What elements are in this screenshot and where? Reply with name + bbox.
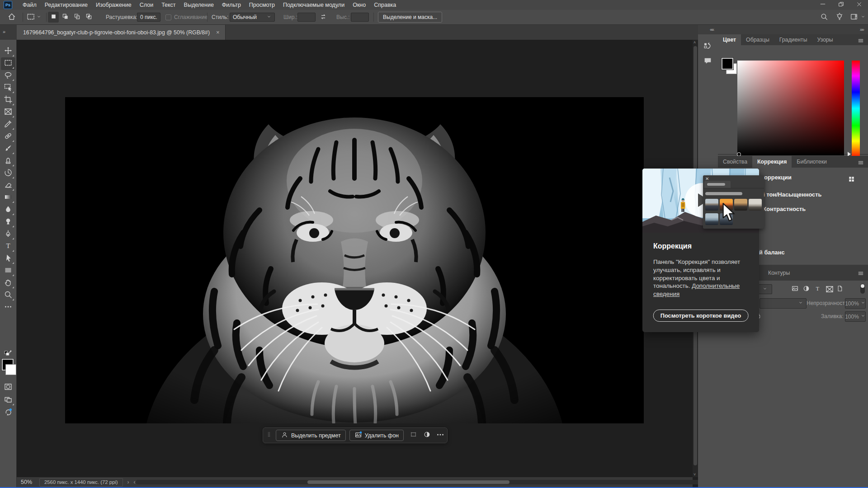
foreground-color[interactable] [722, 58, 733, 70]
type-tool[interactable]: T [1, 240, 15, 253]
remove-background-button[interactable]: Удалить фон [349, 430, 404, 441]
dodge-tool[interactable] [1, 216, 15, 229]
rectangular-marquee-tool[interactable] [1, 57, 15, 70]
spot-healing-brush-tool[interactable] [1, 131, 15, 143]
toolbar-collapse-icon[interactable]: » [3, 29, 5, 34]
adjustments-button[interactable] [420, 431, 434, 440]
history-brush-tool[interactable] [1, 167, 15, 180]
frame-tool[interactable] [1, 106, 15, 119]
opacity-input[interactable]: 100% [845, 298, 866, 309]
zoom-level[interactable]: 50% [21, 479, 32, 485]
quick-mask-button[interactable] [1, 381, 15, 394]
menu-plugins[interactable]: Подключаемые модули [279, 0, 349, 10]
gradient-tool[interactable] [1, 192, 15, 204]
move-tool[interactable] [1, 45, 15, 58]
workspace-chevron[interactable] [860, 10, 866, 24]
collapse-strip-icon[interactable]: «« [710, 27, 713, 32]
watch-video-button[interactable]: Посмотреть короткое видео [653, 310, 749, 322]
transform-button[interactable] [406, 431, 420, 440]
home-button[interactable] [7, 10, 16, 24]
comments-panel-button[interactable] [703, 56, 712, 67]
tab-properties-0[interactable]: Свойства [718, 156, 752, 168]
pen-tool[interactable] [1, 228, 15, 241]
close-button[interactable] [850, 0, 868, 10]
menu-window[interactable]: Окно [349, 0, 370, 10]
restore-button[interactable] [832, 0, 850, 10]
status-next-icon[interactable]: › [127, 479, 129, 485]
filter-type-dropdown[interactable] [758, 284, 772, 294]
edit-toolbar-tool[interactable] [1, 301, 15, 314]
menu-edit[interactable]: Редактирование [41, 0, 92, 10]
crop-tool[interactable] [1, 94, 15, 107]
tab-color-2[interactable]: Градиенты [774, 34, 812, 45]
tiger-document-image[interactable] [65, 97, 644, 423]
menu-image[interactable]: Изображение [92, 0, 136, 10]
menu-view[interactable]: Просмотр [245, 0, 279, 10]
menu-help[interactable]: Справка [370, 0, 400, 10]
new-selection-button[interactable] [48, 12, 59, 23]
object-selection-tool[interactable] [1, 82, 15, 94]
document-tab[interactable]: 1679664796_bogatyr-club-p-tigrovie-oboi-… [17, 25, 226, 40]
panel-menu-icon[interactable] [857, 37, 864, 46]
width-input[interactable] [297, 12, 316, 22]
eyedropper-tool[interactable] [1, 118, 15, 131]
adjustment-item-2[interactable]: /Контрастность [761, 206, 806, 212]
select-and-mask-button[interactable]: Выделение и маска... [378, 12, 442, 22]
feather-input[interactable]: 0 пикс. [137, 12, 160, 22]
filter-type-layers-icon[interactable]: T [814, 285, 821, 294]
collapse-dock-icon[interactable]: »» [860, 27, 863, 32]
history-panel-button[interactable] [703, 42, 712, 53]
menu-select[interactable]: Выделение [180, 0, 218, 10]
antialias-checkbox[interactable]: Сглаживание [165, 10, 208, 24]
adjustment-item-1[interactable]: й тон/Насыщенность [761, 191, 821, 198]
adjustment-item-0[interactable]: коррекции [761, 174, 792, 181]
zoom-tool[interactable] [1, 289, 15, 302]
minimize-button[interactable] [814, 0, 832, 10]
path-selection-tool[interactable] [1, 253, 15, 265]
filter-toggle[interactable] [860, 284, 865, 294]
horizontal-scroll-thumb[interactable] [307, 480, 509, 484]
panel-menu-icon[interactable] [857, 270, 864, 279]
fill-input[interactable]: 100% [845, 311, 866, 322]
filter-frame-layers-icon[interactable] [825, 285, 834, 296]
brush-tool[interactable] [1, 143, 15, 155]
tab-properties-2[interactable]: Библиотеки [792, 156, 832, 168]
filter-pixel-layers-icon[interactable] [791, 285, 799, 294]
adjustment-item-3[interactable]: й баланс [759, 249, 785, 256]
blur-tool[interactable] [1, 204, 15, 216]
menu-layers[interactable]: Слои [136, 0, 157, 10]
saturation-brightness-field[interactable] [737, 61, 844, 155]
filter-smart-objects-icon[interactable] [836, 285, 844, 294]
style-dropdown[interactable]: Обычный [230, 12, 275, 22]
menu-file[interactable]: Файл [19, 0, 41, 10]
close-tab-icon[interactable]: × [216, 29, 220, 36]
swap-dimensions-button[interactable] [319, 10, 327, 24]
tool-preset[interactable] [26, 10, 42, 24]
tab-properties-1[interactable]: Коррекция [752, 156, 792, 168]
screen-mode-button[interactable] [1, 394, 15, 407]
intersect-selection-button[interactable] [83, 12, 94, 23]
filter-adjustment-layers-icon[interactable] [802, 285, 810, 294]
discover-button[interactable] [835, 10, 844, 24]
status-prev-icon[interactable]: ‹ [134, 479, 136, 485]
lasso-tool[interactable] [1, 70, 15, 82]
more-options-button[interactable] [434, 430, 447, 441]
menu-type[interactable]: Текст [157, 0, 179, 10]
hue-slider[interactable] [852, 61, 860, 156]
tab-color-3[interactable]: Узоры [812, 34, 838, 45]
rectangle-tool[interactable] [1, 265, 15, 277]
add-selection-button[interactable] [60, 12, 71, 23]
drag-handle[interactable] [266, 430, 272, 441]
tab-color-1[interactable]: Образцы [741, 34, 774, 45]
tab-color-0[interactable]: Цвет [718, 34, 741, 45]
clone-stamp-tool[interactable] [1, 155, 15, 168]
scroll-down-icon[interactable]: ˅ [693, 472, 696, 477]
hand-tool[interactable] [1, 277, 15, 290]
canvas-area[interactable] [17, 40, 693, 477]
scroll-up-icon[interactable]: ˄ [693, 40, 696, 45]
search-button[interactable] [820, 10, 828, 24]
tab-paths[interactable]: Контуры [763, 265, 795, 281]
menu-filter[interactable]: Фильтр [218, 0, 245, 10]
blend-mode-dropdown[interactable] [760, 298, 807, 309]
background-color-swatch[interactable] [5, 364, 16, 375]
